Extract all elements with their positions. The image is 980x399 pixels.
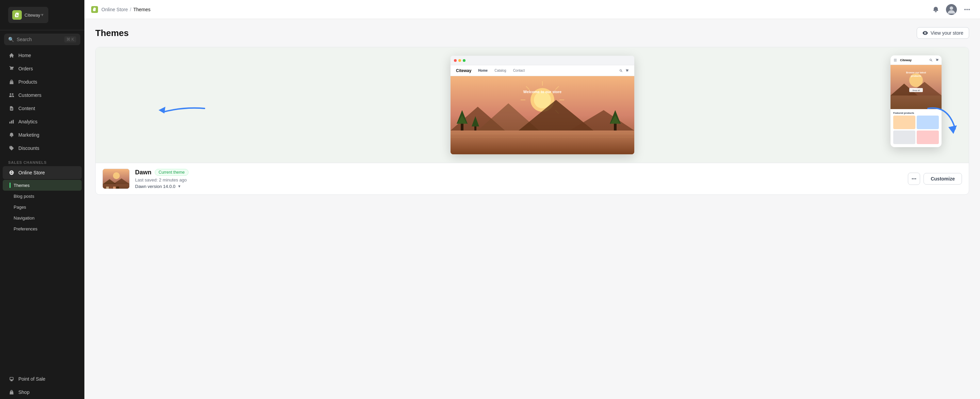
themes-section: Citeway Home Catalog Contact xyxy=(95,47,969,195)
orders-icon xyxy=(8,65,15,72)
sidebar-item-content[interactable]: Content xyxy=(3,102,82,115)
sidebar-item-label: Customers xyxy=(18,92,41,98)
sidebar-item-discounts[interactable]: Discounts xyxy=(3,142,82,155)
store-selector-chevron: ▼ xyxy=(40,13,44,17)
themes-label: Themes xyxy=(14,183,30,188)
discounts-icon xyxy=(8,145,15,152)
browser-bar xyxy=(450,56,634,65)
svg-rect-46 xyxy=(110,187,112,188)
online-store-icon xyxy=(8,169,15,176)
theme-version-text: Dawn version 14.0.0 xyxy=(135,184,176,189)
theme-more-button[interactable] xyxy=(908,173,920,185)
svg-text:Welcome to our store: Welcome to our store xyxy=(523,90,562,94)
marketing-icon xyxy=(8,131,15,138)
svg-text:Browse our latest: Browse our latest xyxy=(906,71,926,74)
sidebar-item-marketing[interactable]: Marketing xyxy=(3,128,82,141)
blog-posts-label: Blog posts xyxy=(14,194,34,199)
svg-rect-48 xyxy=(116,187,119,188)
theme-actions: Customize xyxy=(908,173,962,185)
svg-text:Shop all: Shop all xyxy=(912,89,920,92)
arrow-decoration xyxy=(921,101,962,142)
theme-preview-area: Citeway Home Catalog Contact xyxy=(95,47,969,163)
theme-thumbnail-inner xyxy=(103,169,129,188)
breadcrumb: Online Store / Themes xyxy=(91,6,150,13)
preview-nav-icons xyxy=(619,69,629,73)
sidebar-sub-navigation[interactable]: Navigation xyxy=(3,213,82,223)
sidebar-item-label: Content xyxy=(18,106,35,111)
sidebar-sub-blog-posts[interactable]: Blog posts xyxy=(3,191,82,201)
svg-point-41 xyxy=(113,172,120,179)
preview-nav-home: Home xyxy=(478,69,488,73)
search-shortcut-badge: ⌘ K xyxy=(64,36,76,43)
theme-name: Dawn xyxy=(135,169,151,176)
search-icon: 🔍 xyxy=(8,37,14,42)
mobile-preview-logo: Citeway xyxy=(900,59,912,62)
main-area: Online Store / Themes Themes View your s… xyxy=(84,0,980,399)
sidebar-item-label: Discounts xyxy=(18,146,39,151)
svg-marker-39 xyxy=(159,107,165,114)
user-avatar[interactable] xyxy=(946,4,957,15)
more-options-button[interactable] xyxy=(961,3,973,16)
shop-icon xyxy=(8,389,15,396)
sidebar-main-nav: Home Orders Products Customers Content xyxy=(0,49,84,155)
current-theme-badge: Current theme xyxy=(155,169,189,176)
sidebar-item-analytics[interactable]: Analytics xyxy=(3,115,82,128)
svg-rect-17 xyxy=(450,130,634,154)
sidebar-item-label: Marketing xyxy=(18,132,39,138)
store-icon xyxy=(12,10,22,20)
sidebar-search-bar[interactable]: 🔍 Search ⌘ K xyxy=(4,34,80,45)
search-placeholder-text: Search xyxy=(17,37,64,42)
notifications-button[interactable] xyxy=(930,3,942,16)
sidebar-sub-preferences[interactable]: Preferences xyxy=(3,224,82,234)
breadcrumb-current: Themes xyxy=(134,7,151,12)
sidebar-item-label: Home xyxy=(18,53,31,58)
sidebar-item-label: Orders xyxy=(18,66,33,71)
svg-rect-47 xyxy=(113,187,116,188)
sidebar-item-shop[interactable]: Shop xyxy=(3,386,82,399)
theme-name-row: Dawn Current theme xyxy=(135,169,902,176)
sidebar-item-online-store[interactable]: Online Store xyxy=(3,166,82,179)
theme-info-content: Dawn Current theme Last saved: 2 minutes… xyxy=(135,169,902,189)
analytics-icon xyxy=(8,118,15,125)
sidebar-sub-nav: Themes Blog posts Pages Navigation Prefe… xyxy=(0,179,84,234)
top-bar-actions xyxy=(930,3,973,16)
sales-channels-section-label: Sales channels xyxy=(3,156,82,166)
view-store-button[interactable]: View your store xyxy=(917,27,969,39)
theme-thumbnail xyxy=(102,169,130,189)
content-icon xyxy=(8,105,15,112)
online-store-label: Online Store xyxy=(18,170,45,175)
browser-dot-yellow xyxy=(458,59,461,62)
sidebar-item-customers[interactable]: Customers xyxy=(3,89,82,101)
preview-nav-contact: Contact xyxy=(513,69,525,73)
store-selector[interactable]: Citeway ▼ xyxy=(8,7,48,23)
content-area: Themes View your store Citeway xyxy=(84,19,980,399)
svg-point-6 xyxy=(534,92,551,108)
page-title: Themes xyxy=(95,28,129,38)
preview-nav: Citeway Home Catalog Contact xyxy=(450,65,634,76)
point-of-sale-label: Point of Sale xyxy=(18,376,45,382)
sidebar-sub-pages[interactable]: Pages xyxy=(3,202,82,212)
top-bar: Online Store / Themes xyxy=(84,0,980,19)
products-icon xyxy=(8,79,15,85)
svg-marker-38 xyxy=(948,125,957,134)
home-icon xyxy=(8,52,15,59)
sidebar-bottom-nav: Point of Sale Shop xyxy=(0,372,84,399)
mobile-product-card-1 xyxy=(893,116,915,129)
sidebar-sub-themes[interactable]: Themes xyxy=(3,180,82,191)
breadcrumb-parent-link[interactable]: Online Store xyxy=(102,7,128,12)
left-arrow-decoration xyxy=(157,95,211,122)
theme-last-saved: Last saved: 2 minutes ago xyxy=(135,177,902,182)
theme-version: Dawn version 14.0.0 ▼ xyxy=(135,184,902,189)
svg-point-3 xyxy=(950,6,953,10)
sidebar-item-point-of-sale[interactable]: Point of Sale xyxy=(3,372,82,385)
customize-button[interactable]: Customize xyxy=(924,173,962,185)
view-store-button-label: View your store xyxy=(931,30,963,36)
sidebar: Citeway ▼ 🔍 Search ⌘ K Home Orders Produ… xyxy=(0,0,84,399)
svg-rect-45 xyxy=(106,187,109,188)
sidebar-item-products[interactable]: Products xyxy=(3,76,82,89)
pages-label: Pages xyxy=(14,204,26,210)
sidebar-item-home[interactable]: Home xyxy=(3,49,82,62)
sidebar-item-orders[interactable]: Orders xyxy=(3,62,82,75)
shop-label: Shop xyxy=(18,390,30,395)
page-header: Themes View your store xyxy=(95,27,969,39)
